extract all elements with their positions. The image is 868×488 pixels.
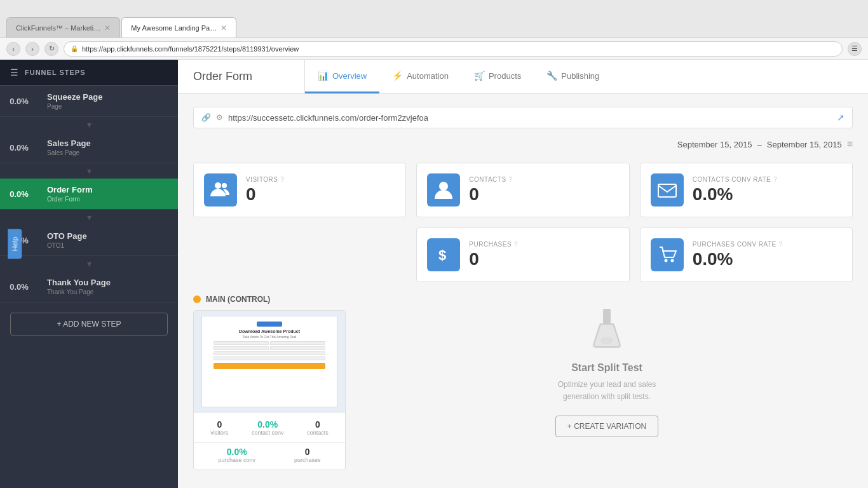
arrow-0: ▾ [0,117,178,132]
menu-button[interactable]: ☰ [848,42,862,56]
svg-point-6 [670,259,674,262]
stat-visitors: VISITORS ? 0 [193,163,406,217]
create-variation-button[interactable]: + CREATE VARIATION [555,416,658,437]
var-stat-contacts: 0 contacts [307,419,329,436]
flask-icon [588,308,626,352]
tab-publishing-label: Publishing [561,71,599,81]
cart-icon-box [651,238,684,271]
hamburger-icon[interactable]: ☰ [10,67,18,78]
var-purchases-value: 0 [294,447,321,457]
address-bar[interactable]: 🔒 https://app.clickfunnels.com/funnels/1… [64,41,843,57]
back-button[interactable]: ‹ [6,42,20,56]
step-0-info: Squeeze Page Page [38,86,178,116]
tab-publishing[interactable]: 🔧 Publishing [534,60,612,93]
split-test-title: Start Split Test [571,362,642,374]
page-header: Order Form 📊 Overview ⚡ Automation 🛒 Pro… [178,60,868,94]
tab-automation[interactable]: ⚡ Automation [379,60,461,93]
split-test-desc: Optimize your lead and sales generation … [550,379,664,403]
step-2-sub: Order Form [47,196,169,203]
purchases-conv-help[interactable]: ? [779,241,783,248]
content-area: 🔗 ⚙ https://successetc.clickfunnels.com/… [178,94,868,483]
var-contact-conv-label: contact conv [252,430,284,436]
variation-section: MAIN (CONTROL) Download Awesome Product … [193,295,346,470]
main-control-section: MAIN (CONTROL) Download Awesome Product … [193,295,853,470]
form-field-5 [214,351,326,355]
step-3-name: OTO Page [47,231,169,241]
step-1-info: Sales Page Sales Page [38,132,178,163]
browser-tab-1[interactable]: ClickFunnels™ – Marketi… ✕ [6,17,120,37]
cart-svg-icon [657,245,677,265]
contacts-conv-value: 0.0% [693,184,778,205]
thumbnail-sub: Take Action To Get This Amazing Deal [243,335,297,339]
contacts-conv-info: CONTACTS CONV RATE ? 0.0% [693,176,778,205]
step-1-name: Sales Page [47,139,169,148]
settings-icon[interactable]: ⚙ [216,113,223,122]
var-stat-visitors: 0 visitors [210,419,228,436]
step-0-sub: Page [47,103,169,110]
step-4-sub: Thank You Page [47,288,169,295]
svg-point-2 [439,182,448,191]
external-link-icon[interactable]: ↗ [837,112,844,123]
visitors-help[interactable]: ? [281,176,285,183]
date-end: September 15, 2015 [767,140,842,149]
email-svg-icon [657,180,677,200]
step-0-name: Squeeze Page [47,92,169,102]
form-field-3 [214,346,269,350]
var-contacts-value: 0 [307,419,329,430]
stat-purchases: $ PURCHASES ? 0 [416,227,629,282]
form-field-1 [214,341,269,345]
address-text: https://app.clickfunnels.com/funnels/187… [82,45,299,53]
var-contact-conv-value: 0.0% [252,419,284,430]
tab-2-label: My Awesome Landing Pa… [131,24,217,32]
reload-button[interactable]: ↻ [44,42,58,56]
var-visitors-label: visitors [210,430,228,436]
arrow-3: ▾ [0,256,178,271]
tab-overview[interactable]: 📊 Overview [305,60,379,93]
step-2-info: Order Form Order Form [38,179,178,209]
help-button[interactable]: Help [8,229,22,259]
funnel-url: https://successetc.clickfunnels.com/orde… [228,113,832,123]
add-step-button[interactable]: + ADD NEW STEP [10,313,168,336]
browser-tab-2[interactable]: My Awesome Landing Pa… ✕ [121,17,236,37]
purchases-conv-value: 0.0% [693,249,783,269]
variation-stats-row1: 0 visitors 0.0% contact conv 0 contacts [194,412,345,442]
funnel-step-1[interactable]: 0.0% Sales Page Sales Page [0,132,178,163]
thumbnail-form [214,341,326,369]
purchases-conv-label: PURCHASES CONV RATE ? [693,241,783,248]
contacts-icon-box [427,173,460,207]
funnel-step-0[interactable]: 0.0% Squeeze Page Page [0,86,178,117]
step-3-info: OTO Page OTO1 [38,225,178,255]
tab-1-close[interactable]: ✕ [104,24,111,32]
var-visitors-value: 0 [210,419,228,430]
form-field-6 [214,356,326,360]
tab-products[interactable]: 🛒 Products [461,60,534,93]
stat-contacts-conv: CONTACTS CONV RATE ? 0.0% [640,163,853,217]
contacts-help[interactable]: ? [509,176,513,183]
stats-grid-2: $ PURCHASES ? 0 [193,227,853,282]
form-field-4 [270,346,325,350]
funnel-step-4[interactable]: 0.0% Thank You Page Thank You Page [0,271,178,302]
form-row-1 [214,341,326,345]
purchases-value: 0 [469,249,518,269]
forward-button[interactable]: › [25,42,39,56]
sidebar-header: ☰ FUNNEL STEPS [0,60,178,86]
link-icon: 🔗 [201,113,211,122]
split-test-section: Start Split Test Optimize your lead and … [361,295,853,470]
funnel-step-3[interactable]: 0.0% OTO Page OTO1 [0,225,178,256]
step-2-percent: 0.0% [0,180,38,208]
svg-point-1 [222,183,227,188]
stat-contacts: CONTACTS ? 0 [416,163,629,217]
tab-overview-label: Overview [332,71,367,81]
funnel-step-2[interactable]: 0.0% Order Form Order Form [0,179,178,210]
svg-rect-3 [658,184,676,197]
products-icon: 🛒 [474,71,485,81]
svg-point-0 [215,182,221,189]
browser-tabs: ClickFunnels™ – Marketi… ✕ My Awesome La… [6,0,236,37]
tab-2-close[interactable]: ✕ [220,24,227,32]
calendar-icon[interactable]: ≡ [847,139,853,150]
purchases-conv-info: PURCHASES CONV RATE ? 0.0% [693,241,783,269]
visitors-info: VISITORS ? 0 [246,176,285,205]
email-icon-box [651,173,684,207]
contacts-conv-help[interactable]: ? [773,176,777,183]
purchases-help[interactable]: ? [514,241,518,248]
